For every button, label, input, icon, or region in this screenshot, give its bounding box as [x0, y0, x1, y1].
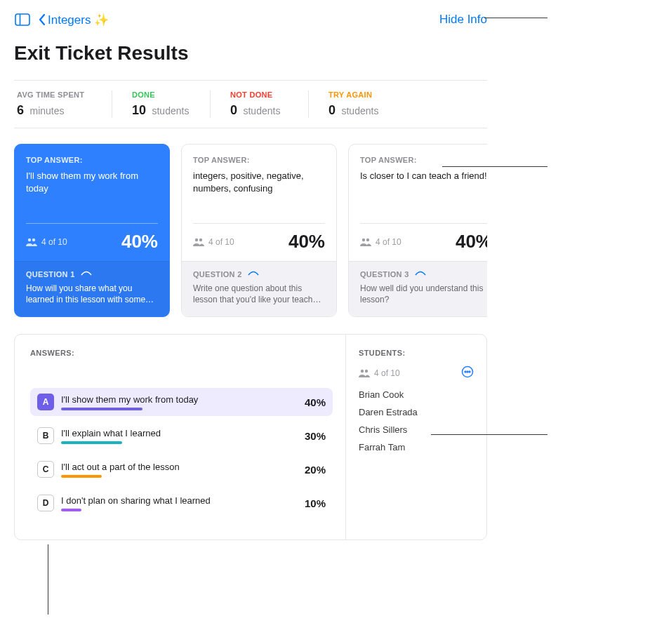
answer-main: I'll explain what I learned: [61, 428, 286, 444]
count-text: 4 of 10: [41, 237, 67, 247]
student-name[interactable]: Brian Cook: [359, 389, 474, 400]
back-label: Integers ✨: [48, 13, 109, 27]
card-bottom: QUESTION 3 How well did you understand t…: [349, 261, 487, 316]
stat-unit: minutes: [29, 105, 64, 116]
card-bottom: QUESTION 2 Write one question about this…: [182, 261, 336, 316]
count-text: 4 of 10: [374, 368, 400, 378]
answer-letter-badge: B: [37, 427, 54, 444]
answer-text: I'll act out a part of the lesson: [61, 462, 286, 472]
svg-point-3: [32, 238, 35, 241]
answers-list: AI'll show them my work from today40%BI'…: [30, 388, 333, 517]
sidebar-toggle-icon[interactable]: [14, 13, 31, 27]
stat-unit: students: [243, 105, 280, 116]
answer-percent: 40%: [293, 396, 326, 408]
svg-point-5: [199, 238, 202, 241]
stat-not-done: NOT DONE 0 students: [211, 90, 309, 118]
question-number: QUESTION 3: [360, 270, 409, 279]
stat-label: AVG TIME SPENT: [17, 90, 92, 99]
people-icon: [359, 369, 370, 377]
stat-value: 0: [328, 103, 336, 117]
answer-letter-badge: C: [37, 461, 54, 478]
card-mid: 4 of 10 40%: [15, 224, 169, 261]
count-chip: 4 of 10: [360, 237, 401, 247]
question-number: QUESTION 2: [193, 270, 242, 279]
card-top: TOP ANSWER: Is closer to I can teach a f…: [349, 145, 487, 223]
people-icon: [193, 238, 204, 246]
count-text: 4 of 10: [208, 237, 234, 247]
hide-info-button[interactable]: Hide Info: [439, 13, 487, 27]
question-num-row: QUESTION 3: [360, 270, 487, 279]
svg-point-13: [469, 371, 470, 373]
stat-done: DONE 10 students: [112, 90, 211, 118]
stat-label: NOT DONE: [230, 90, 288, 99]
svg-point-12: [467, 371, 468, 373]
stat-avg-time: AVG TIME SPENT 6 minutes: [14, 90, 112, 118]
top-bar: Integers ✨ Hide Info: [14, 10, 487, 29]
top-answer-text: I'll show them my work from today: [26, 170, 158, 194]
question-card-1[interactable]: TOP ANSWER: I'll show them my work from …: [14, 144, 170, 317]
svg-point-8: [361, 370, 364, 373]
callout-line: [48, 544, 48, 615]
stat-value: 0: [230, 103, 237, 117]
question-num-row: QUESTION 1: [26, 270, 158, 279]
question-card-2[interactable]: TOP ANSWER: integers, positive, negative…: [181, 144, 337, 317]
answer-bar: [61, 408, 286, 410]
answer-percent: 30%: [293, 430, 326, 442]
top-answer-label: TOP ANSWER:: [26, 156, 158, 164]
eye-icon: [415, 271, 426, 278]
message-icon[interactable]: [461, 365, 474, 381]
svg-point-11: [465, 371, 466, 373]
card-top: TOP ANSWER: I'll show them my work from …: [15, 145, 169, 223]
answer-bar-fill: [61, 408, 142, 410]
stat-try-again: TRY AGAIN 0 students: [309, 90, 407, 118]
eye-icon: [81, 271, 92, 278]
top-answer-label: TOP ANSWER:: [360, 156, 487, 164]
callout-line: [442, 166, 547, 167]
students-section: STUDENTS: 4 of 10 Brian CookDaren Estrad…: [346, 335, 486, 539]
percent: 40%: [288, 231, 325, 253]
stat-unit: students: [152, 105, 189, 116]
students-meta: 4 of 10: [359, 365, 474, 381]
card-mid: 4 of 10 40%: [349, 224, 487, 261]
answer-row-d[interactable]: DI don't plan on sharing what I learned1…: [30, 489, 333, 517]
answers-panel: ANSWERS: AI'll show them my work from to…: [14, 334, 487, 540]
answer-row-b[interactable]: BI'll explain what I learned30%: [30, 422, 333, 450]
question-card-3[interactable]: TOP ANSWER: Is closer to I can teach a f…: [348, 144, 487, 317]
answer-bar-fill: [61, 509, 81, 511]
people-icon: [360, 238, 371, 246]
svg-point-4: [195, 238, 198, 241]
percent: 40%: [456, 231, 487, 253]
answer-bar: [61, 441, 286, 444]
stat-unit: students: [341, 105, 378, 116]
answer-row-a[interactable]: AI'll show them my work from today40%: [30, 388, 333, 416]
answer-letter-badge: A: [37, 394, 54, 410]
stat-value: 6: [17, 103, 24, 117]
answers-label: ANSWERS:: [30, 349, 333, 357]
answer-bar: [61, 475, 286, 478]
students-list: Brian CookDaren EstradaChris SillersFarr…: [359, 389, 474, 452]
student-name[interactable]: Daren Estrada: [359, 407, 474, 417]
app-frame: Integers ✨ Hide Info Exit Ticket Results…: [0, 0, 498, 598]
answer-bar-fill: [61, 475, 102, 478]
back-button[interactable]: Integers ✨: [38, 13, 109, 27]
answer-bar: [61, 509, 286, 511]
answer-percent: 10%: [293, 497, 326, 509]
answers-section: ANSWERS: AI'll show them my work from to…: [15, 335, 346, 539]
svg-point-6: [362, 238, 365, 241]
answer-text: I'll show them my work from today: [61, 394, 286, 405]
eye-icon: [248, 271, 259, 278]
answer-main: I don't plan on sharing what I learned: [61, 495, 286, 511]
question-number: QUESTION 1: [26, 270, 75, 279]
count-text: 4 of 10: [376, 237, 401, 247]
answer-bar-fill: [61, 441, 122, 444]
stat-label: DONE: [132, 90, 190, 99]
question-num-row: QUESTION 2: [193, 270, 325, 279]
top-answer-text: Is closer to I can teach a friend!.: [360, 170, 487, 182]
answer-row-c[interactable]: CI'll act out a part of the lesson20%: [30, 455, 333, 483]
students-label: STUDENTS:: [359, 349, 474, 357]
student-name[interactable]: Farrah Tam: [359, 442, 474, 452]
top-answer-label: TOP ANSWER:: [193, 156, 325, 164]
people-icon: [26, 238, 37, 246]
stat-label: TRY AGAIN: [328, 90, 387, 99]
question-cards: TOP ANSWER: I'll show them my work from …: [14, 144, 487, 317]
